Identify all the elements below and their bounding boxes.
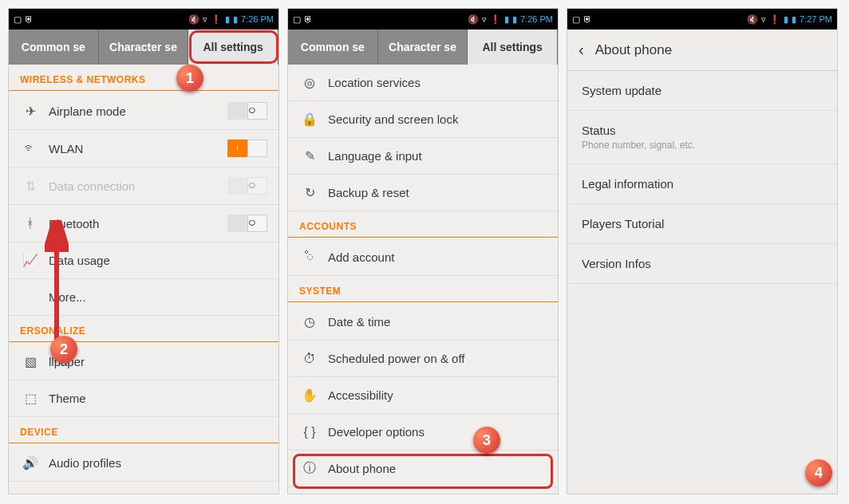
usage-icon: 📈 <box>20 253 41 268</box>
row-status[interactable]: Status Phone number, signal, etc. <box>567 111 837 164</box>
status-sublabel: Phone number, signal, etc. <box>582 140 823 151</box>
wallpaper-icon: ▧ <box>20 354 41 369</box>
row-legal[interactable]: Legal information <box>567 164 837 204</box>
shield-icon: ⛨ <box>25 14 34 24</box>
system-update-label: System update <box>582 84 823 97</box>
row-language[interactable]: ✎ Language & input <box>288 138 558 175</box>
row-version[interactable]: Version Infos <box>567 244 837 284</box>
tab-bar: Common se Character se All settings <box>9 30 278 65</box>
usage-label: Data usage <box>49 254 267 267</box>
shield-icon: ⛨ <box>304 14 313 24</box>
shield-icon: ⛨ <box>583 14 592 24</box>
version-label: Version Infos <box>582 257 823 270</box>
row-developer[interactable]: { } Developer options <box>288 414 558 451</box>
status-bar: ▢ ⛨ 🔇 ▿ ❗ ▮ ▮ 7:26 PM <box>9 9 278 30</box>
row-date[interactable]: ◷ Date & time <box>288 304 558 341</box>
hand-icon: ✋ <box>299 388 320 403</box>
clock: 7:26 PM <box>241 14 274 24</box>
row-airplane[interactable]: ✈ Airplane mode ○ <box>9 93 278 130</box>
section-device: DEVICE <box>9 417 278 443</box>
battery-icon: ▮ <box>792 14 796 25</box>
wifi-icon: ▿ <box>203 14 207 25</box>
section-system: SYSTEM <box>288 276 558 302</box>
language-icon: ✎ <box>299 148 320 163</box>
gallery-icon: ▢ <box>14 14 22 25</box>
mute-icon: 🔇 <box>747 14 758 25</box>
wifi-row-icon: ᯤ <box>20 141 41 156</box>
wlan-toggle[interactable]: I <box>227 140 267 157</box>
row-theme[interactable]: ⬚ Theme <box>9 380 278 417</box>
tab-character[interactable]: Character se <box>99 30 189 65</box>
theme-label: Theme <box>49 392 267 405</box>
airplane-toggle[interactable]: ○ <box>227 102 267 120</box>
status-bar: ▢⛨ 🔇▿❗▮▮7:26 PM <box>288 9 558 30</box>
section-accounts: ACCOUNTS <box>288 211 558 238</box>
gallery-icon: ▢ <box>572 14 580 25</box>
settings-list-2: ◎ Location services 🔒 Security and scree… <box>288 65 558 494</box>
row-players[interactable]: Players Tutorial <box>567 204 837 244</box>
tab-character[interactable]: Character se <box>378 30 468 65</box>
marker-3: 3 <box>473 427 500 454</box>
clock-icon: ◷ <box>299 314 320 329</box>
tab-common[interactable]: Common se <box>9 30 99 65</box>
tab-common[interactable]: Common se <box>288 30 378 65</box>
row-add-account[interactable]: ഀ Add account <box>288 239 558 276</box>
row-audio[interactable]: 🔊 Audio profiles <box>9 445 278 482</box>
battery-icon: ▮ <box>512 14 517 25</box>
screen-3: ▢⛨ 🔇▿❗▮▮7:27 PM ‹ About phone System upd… <box>567 8 838 494</box>
row-backup[interactable]: ↻ Backup & reset <box>288 175 558 211</box>
tab-all-settings[interactable]: All settings <box>468 30 558 65</box>
marker-4: 4 <box>805 459 832 486</box>
alert-icon: ❗ <box>211 14 222 25</box>
audio-icon: 🔊 <box>20 455 41 471</box>
battery-icon: ▮ <box>233 14 238 25</box>
info-icon: ⓘ <box>299 460 320 477</box>
more-label: More... <box>49 290 267 304</box>
signal-icon: ▮ <box>504 14 509 25</box>
back-button[interactable]: ‹ <box>579 41 584 59</box>
page-title: About phone <box>595 42 672 58</box>
about-header: ‹ About phone <box>567 30 837 71</box>
security-label: Security and screen lock <box>328 112 547 126</box>
bluetooth-label: Bluetooth <box>49 217 227 230</box>
players-label: Players Tutorial <box>582 217 823 230</box>
theme-icon: ⬚ <box>20 391 41 406</box>
row-about-phone[interactable]: ⓘ About phone <box>288 451 558 487</box>
tab-bar: Common se Character se All settings <box>288 30 558 65</box>
bluetooth-icon: ᚼ <box>20 216 41 230</box>
accessibility-label: Accessibility <box>328 388 547 402</box>
developer-label: Developer options <box>328 425 547 439</box>
wifi-icon: ▿ <box>482 14 487 25</box>
data-toggle[interactable]: ○ <box>227 177 267 195</box>
data-icon: ⇅ <box>20 179 41 194</box>
row-system-update[interactable]: System update <box>567 71 837 111</box>
section-wireless: WIRELESS & NETWORKS <box>9 65 278 91</box>
row-security[interactable]: 🔒 Security and screen lock <box>288 101 558 138</box>
braces-icon: { } <box>299 425 320 439</box>
clock: 7:27 PM <box>800 14 832 24</box>
row-scheduled[interactable]: ⏱ Scheduled power on & off <box>288 341 558 377</box>
screen-1: ▢ ⛨ 🔇 ▿ ❗ ▮ ▮ 7:26 PM Common se Characte… <box>8 8 279 494</box>
tab-all-settings[interactable]: All settings <box>188 30 278 65</box>
signal-icon: ▮ <box>784 14 788 25</box>
row-accessibility[interactable]: ✋ Accessibility <box>288 377 558 414</box>
row-wlan[interactable]: ᯤ WLAN I <box>9 130 278 167</box>
bluetooth-toggle[interactable]: ○ <box>227 215 267 232</box>
alert-icon: ❗ <box>490 14 501 25</box>
clock: 7:26 PM <box>520 14 553 24</box>
mute-icon: 🔇 <box>468 14 479 25</box>
row-data[interactable]: ⇅ Data connection ○ <box>9 167 278 205</box>
wallpaper-label: llpaper <box>49 355 267 368</box>
gallery-icon: ▢ <box>293 14 301 25</box>
screen-2: ▢⛨ 🔇▿❗▮▮7:26 PM Common se Character se A… <box>287 8 559 494</box>
row-location[interactable]: ◎ Location services <box>288 65 558 101</box>
about-list: System update Status Phone number, signa… <box>567 71 837 494</box>
wifi-icon: ▿ <box>761 14 766 25</box>
location-label: Location services <box>328 76 547 89</box>
add-account-icon: ഀ <box>299 250 320 265</box>
date-label: Date & time <box>328 315 547 329</box>
status-bar: ▢⛨ 🔇▿❗▮▮7:27 PM <box>567 9 837 30</box>
airplane-icon: ✈ <box>20 104 41 119</box>
mute-icon: 🔇 <box>188 14 199 25</box>
signal-icon: ▮ <box>225 14 230 25</box>
